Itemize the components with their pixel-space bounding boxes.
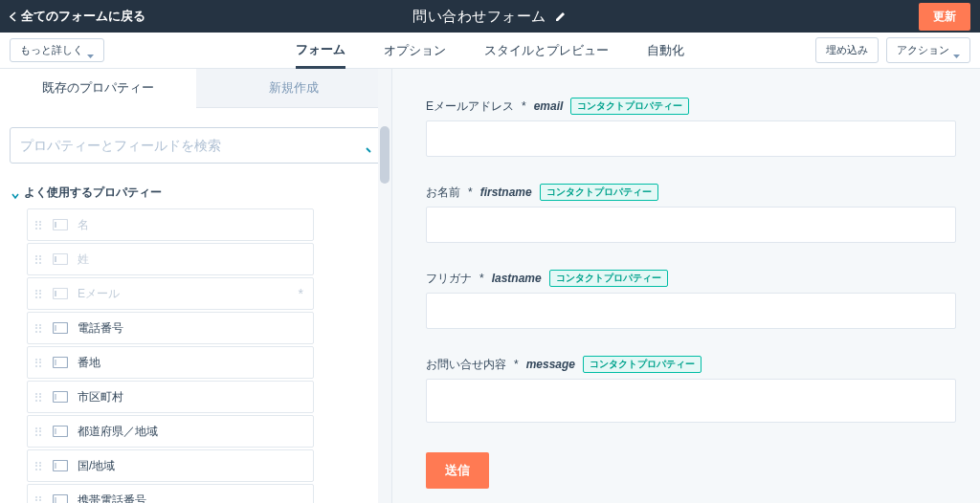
nav-bar: もっと詳しく フォーム オプション スタイルとプレビュー 自動化 埋め込み アク… (0, 33, 980, 69)
field-label: お名前 (426, 185, 460, 201)
field-internal-name: message (526, 358, 575, 371)
property-label: 姓 (78, 252, 89, 268)
property-label: Eメール (78, 286, 120, 302)
back-link[interactable]: 全てのフォームに戻る (10, 8, 145, 25)
form-canvas: Eメールアドレス*emailコンタクトプロパティーお名前*firstnameコン… (392, 69, 980, 503)
actions-button[interactable]: アクション (886, 37, 970, 63)
svg-point-2 (358, 140, 368, 149)
field-internal-name: lastname (492, 272, 542, 285)
textfield-icon (53, 288, 68, 299)
contact-property-chip: コンタクトプロパティー (549, 270, 668, 287)
contact-property-chip: コンタクトプロパティー (570, 98, 689, 115)
drag-handle-icon (35, 221, 43, 230)
textfield-preview[interactable] (426, 120, 956, 157)
property-item[interactable]: 電話番号 (27, 312, 314, 344)
tab-options[interactable]: オプション (384, 33, 446, 69)
tab-form[interactable]: フォーム (296, 33, 345, 69)
caret-down-icon (953, 49, 960, 53)
drag-handle-icon (35, 427, 43, 436)
drag-handle-icon (35, 290, 43, 298)
contact-property-chip: コンタクトプロパティー (540, 184, 658, 201)
form-field[interactable]: Eメールアドレス*emailコンタクトプロパティー (426, 98, 956, 157)
group-title: よく使用するプロパティー (24, 185, 162, 201)
required-star: * (468, 186, 473, 199)
drag-handle-icon (35, 496, 43, 504)
svg-marker-0 (87, 55, 94, 58)
svg-marker-1 (953, 55, 960, 58)
textarea-preview[interactable] (426, 379, 956, 423)
page-title: 問い合わせフォーム (412, 8, 546, 26)
tab-style[interactable]: スタイルとプレビュー (484, 33, 609, 69)
textfield-preview[interactable] (426, 207, 956, 243)
drag-handle-icon (35, 462, 43, 470)
textfield-icon (53, 253, 68, 265)
textfield-icon (53, 460, 68, 471)
update-button[interactable]: 更新 (919, 3, 970, 31)
textfield-icon (53, 494, 68, 503)
textfield-preview[interactable] (426, 293, 956, 329)
property-item[interactable]: 国/地域 (27, 449, 314, 482)
chevron-down-icon (11, 189, 19, 197)
property-label: 電話番号 (78, 320, 123, 337)
drag-handle-icon (35, 359, 43, 367)
field-label: Eメールアドレス (426, 98, 514, 115)
property-label: 携帯電話番号 (78, 492, 146, 504)
field-label-row: お問い合せ内容*messageコンタクトプロパティー (426, 356, 956, 373)
required-star: * (522, 99, 526, 113)
property-list: 名姓Eメール*電話番号番地市区町村都道府県／地域国/地域携帯電話番号会社名 (0, 208, 391, 503)
tab-automation[interactable]: 自動化 (647, 33, 684, 69)
actions-label: アクション (897, 43, 949, 57)
required-star: * (514, 358, 519, 371)
required-asterisk: * (299, 286, 303, 301)
more-label: もっと詳しく (20, 43, 83, 57)
form-field[interactable]: お名前*firstnameコンタクトプロパティー (426, 184, 956, 243)
property-item[interactable]: 番地 (27, 346, 314, 379)
more-button[interactable]: もっと詳しく (10, 38, 104, 62)
back-label: 全てのフォームに戻る (21, 8, 145, 25)
property-item: Eメール* (27, 277, 314, 310)
scrollbar-thumb[interactable] (380, 126, 390, 184)
property-item: 姓 (27, 243, 314, 275)
property-item[interactable]: 都道府県／地域 (27, 415, 314, 448)
property-item[interactable]: 市区町村 (27, 381, 314, 413)
field-label-row: お名前*firstnameコンタクトプロパティー (426, 184, 956, 201)
textfield-icon (53, 357, 68, 368)
required-star: * (479, 272, 484, 285)
property-label: 市区町村 (78, 389, 123, 405)
search-box[interactable] (10, 127, 382, 164)
property-item[interactable]: 携帯電話番号 (27, 484, 314, 503)
field-label: フリガナ (426, 271, 472, 287)
drag-handle-icon (35, 255, 43, 264)
sidebar-tab-existing[interactable]: 既存のプロパティー (0, 69, 196, 108)
form-field[interactable]: お問い合せ内容*messageコンタクトプロパティー (426, 356, 956, 426)
field-label-row: フリガナ*lastnameコンタクトプロパティー (426, 270, 956, 287)
contact-property-chip: コンタクトプロパティー (583, 356, 702, 373)
top-bar: 全てのフォームに戻る 問い合わせフォーム 更新 (0, 0, 980, 33)
textfield-icon (53, 391, 68, 403)
caret-down-icon (87, 49, 94, 53)
field-label-row: Eメールアドレス*emailコンタクトプロパティー (426, 98, 956, 115)
sidebar-tab-new[interactable]: 新規作成 (196, 69, 392, 108)
textfield-icon (53, 219, 68, 230)
form-field[interactable]: フリガナ*lastnameコンタクトプロパティー (426, 270, 956, 329)
chevron-left-icon (10, 11, 16, 22)
field-label: お問い合せ内容 (426, 357, 506, 373)
embed-button[interactable]: 埋め込み (815, 37, 879, 63)
search-input[interactable] (20, 138, 356, 153)
group-header[interactable]: よく使用するプロパティー (0, 175, 391, 208)
field-internal-name: email (534, 99, 564, 113)
drag-handle-icon (35, 324, 43, 333)
sidebar: 既存のプロパティー 新規作成 よく使用するプロパティー 名姓Eメール*電話番号番… (0, 69, 392, 503)
drag-handle-icon (35, 393, 43, 402)
property-label: 都道府県／地域 (78, 424, 158, 440)
search-icon (356, 138, 371, 153)
property-label: 番地 (78, 355, 100, 371)
submit-button[interactable]: 送信 (426, 452, 489, 489)
textfield-icon (53, 426, 68, 437)
edit-title-icon[interactable] (554, 10, 568, 23)
field-internal-name: firstname (480, 186, 532, 199)
property-label: 国/地域 (78, 458, 115, 474)
textfield-icon (53, 322, 68, 334)
property-item: 名 (27, 208, 314, 241)
property-label: 名 (78, 217, 89, 233)
